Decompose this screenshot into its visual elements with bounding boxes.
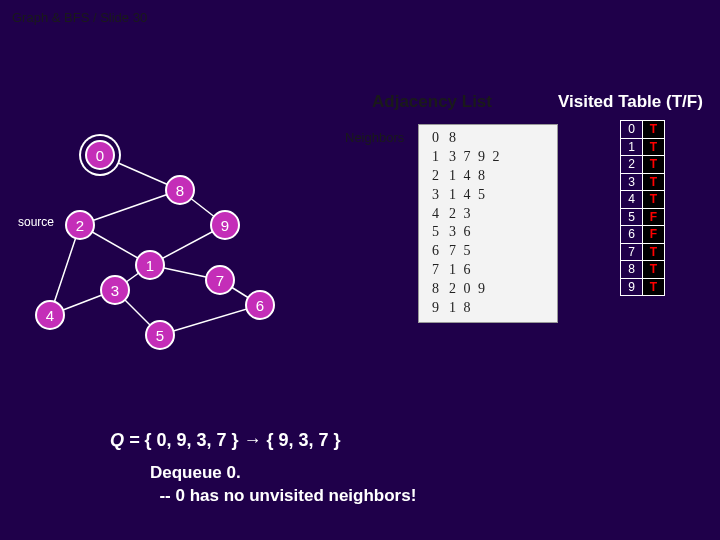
table-row: 0T: [621, 121, 665, 139]
table-row: 8T: [621, 261, 665, 279]
visited-table: 0T 1T 2T 3T 4T 5F 6F 7T 8T 9T: [620, 120, 665, 296]
adjacency-row: 13 7 9 2: [425, 148, 551, 167]
adjacency-row: 08: [425, 129, 551, 148]
table-row: 7T: [621, 243, 665, 261]
breadcrumb: Graph & BFS / Slide 30: [12, 10, 147, 25]
graph-node-9: 9: [210, 210, 240, 240]
graph-diagram: source 0 8 2 9 1 3 7 4 5 6: [0, 110, 360, 370]
graph-node-7: 7: [205, 265, 235, 295]
graph-node-0: 0: [85, 140, 115, 170]
visited-table-header: Visited Table (T/F): [558, 92, 703, 112]
adjacency-list: 08 13 7 9 2 21 4 8 31 4 5 42 3 53 6 67 5…: [418, 124, 558, 323]
queue-line: Q = { 0, 9, 3, 7 } → { 9, 3, 7 }: [110, 430, 341, 451]
message-line-2: -- 0 has no unvisited neighbors!: [150, 485, 416, 508]
adjacency-row: 21 4 8: [425, 167, 551, 186]
table-row: 6F: [621, 226, 665, 244]
table-row: 1T: [621, 138, 665, 156]
adjacency-row: 42 3: [425, 205, 551, 224]
table-row: 9T: [621, 278, 665, 296]
message-line-1: Dequeue 0.: [150, 462, 416, 485]
adjacency-row: 82 0 9: [425, 280, 551, 299]
graph-node-6: 6: [245, 290, 275, 320]
graph-edges: [0, 110, 360, 370]
source-label: source: [18, 215, 54, 229]
graph-node-1: 1: [135, 250, 165, 280]
adjacency-list-header: Adjacency List: [372, 92, 492, 112]
adjacency-row: 71 6: [425, 261, 551, 280]
graph-node-5: 5: [145, 320, 175, 350]
graph-node-2: 2: [65, 210, 95, 240]
graph-node-8: 8: [165, 175, 195, 205]
table-row: 2T: [621, 156, 665, 174]
graph-node-3: 3: [100, 275, 130, 305]
status-message: Dequeue 0. -- 0 has no unvisited neighbo…: [150, 462, 416, 508]
adjacency-row: 67 5: [425, 242, 551, 261]
adjacency-row: 31 4 5: [425, 186, 551, 205]
table-row: 5F: [621, 208, 665, 226]
table-row: 3T: [621, 173, 665, 191]
table-row: 4T: [621, 191, 665, 209]
adjacency-row: 53 6: [425, 223, 551, 242]
adjacency-row: 91 8: [425, 299, 551, 318]
queue-prefix: Q =: [110, 430, 145, 450]
queue-text: { 0, 9, 3, 7 } → { 9, 3, 7 }: [145, 430, 341, 450]
graph-node-4: 4: [35, 300, 65, 330]
